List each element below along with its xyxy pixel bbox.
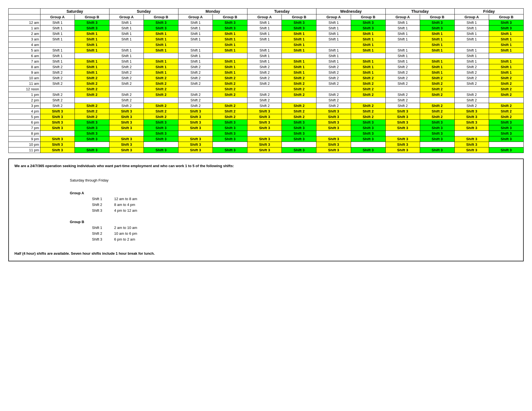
schedule-cell: Shift 2	[109, 98, 144, 103]
schedule-cell: Shift 1	[454, 48, 489, 53]
schedule-cell	[420, 53, 454, 59]
schedule-cell: Shift 3	[75, 20, 109, 25]
shift-b1-row: Shift 1 2 am to 10 am	[92, 225, 518, 231]
schedule-cell: Shift 2	[40, 70, 75, 75]
schedule-cell: Shift 1	[489, 48, 523, 53]
schedule-cell: Shift 3	[420, 25, 454, 31]
schedule-cell: Shift 3	[351, 20, 385, 25]
schedule-cell	[316, 42, 351, 48]
schedule-cell: Shift 3	[75, 136, 109, 142]
schedule-cell: Shift 2	[385, 70, 420, 75]
schedule-cell: Shift 1	[213, 42, 247, 48]
schedule-cell: Shift 1	[420, 70, 454, 75]
schedule-cell: Shift 2	[40, 98, 75, 103]
schedule-cell	[351, 98, 385, 103]
schedule-cell: Shift 2	[144, 114, 178, 120]
schedule-cell: Shift 2	[213, 92, 247, 98]
schedule-cell: Shift 3	[420, 20, 454, 25]
schedule-cell: Shift 1	[213, 48, 247, 53]
schedule-cell: Shift 2	[40, 81, 75, 86]
schedule-cell: Shift 1	[247, 59, 282, 64]
schedule-cell: Shift 2	[489, 109, 523, 114]
schedule-cell: Shift 2	[109, 92, 144, 98]
schedule-cell: Shift 1	[282, 48, 316, 53]
time-label: 10 am	[9, 75, 40, 81]
schedule-cell: Shift 3	[75, 125, 109, 131]
schedule-cell: Shift 1	[247, 20, 282, 25]
schedule-cell: Shift 2	[316, 98, 351, 103]
schedule-cell	[247, 42, 282, 48]
schedule-cell: Shift 1	[247, 25, 282, 31]
schedule-cell: Shift 3	[316, 142, 351, 147]
schedule-cell	[144, 53, 178, 59]
schedule-cell: Shift 1	[144, 31, 178, 37]
time-label: 2 am	[9, 31, 40, 37]
schedule-cell: Shift 2	[40, 75, 75, 81]
time-label: 8 pm	[9, 131, 40, 136]
shift-a3-row: Shift 3 4 pm to 12 am	[92, 208, 518, 214]
schedule-cell: Shift 1	[454, 37, 489, 42]
schedule-cell: Shift 1	[109, 53, 144, 59]
schedule-cell	[351, 142, 385, 147]
schedule-cell: Shift 1	[316, 37, 351, 42]
notes-footer: Half (4 hour) shifts are available. Seve…	[14, 251, 518, 257]
schedule-cell: Shift 3	[109, 125, 144, 131]
schedule-cell: Shift 2	[489, 81, 523, 86]
schedule-cell	[282, 98, 316, 103]
schedule-cell: Shift 3	[282, 125, 316, 131]
schedule-cell: Shift 3	[454, 109, 489, 114]
schedule-cell: Shift 3	[316, 120, 351, 125]
schedule-cell: Shift 3	[109, 120, 144, 125]
schedule-cell: Shift 1	[454, 25, 489, 31]
schedule-cell	[75, 98, 109, 103]
schedule-cell: Shift 3	[247, 136, 282, 142]
schedule-cell: Shift 3	[109, 142, 144, 147]
time-label: 12 noon	[9, 86, 40, 92]
schedule-cell: Shift 2	[282, 81, 316, 86]
schedule-cell: Shift 1	[178, 59, 213, 64]
schedule-cell: Shift 2	[75, 92, 109, 98]
schedule-cell: Shift 1	[282, 31, 316, 37]
schedule-cell: Shift 1	[213, 70, 247, 75]
schedule-cell: Shift 3	[454, 125, 489, 131]
time-label: 3 am	[9, 37, 40, 42]
schedule-cell: Shift 3	[75, 120, 109, 125]
mon-ga: Group A	[178, 14, 213, 20]
schedule-cell: Shift 2	[385, 81, 420, 86]
schedule-cell: Shift 1	[385, 25, 420, 31]
schedule-cell: Shift 1	[109, 25, 144, 31]
day-wednesday: Wednesday	[316, 9, 385, 14]
schedule-cell: Shift 3	[213, 125, 247, 131]
schedule-cell: Shift 1	[316, 20, 351, 25]
schedule-cell: Shift 1	[420, 31, 454, 37]
schedule-cell: Shift 1	[213, 37, 247, 42]
schedule-cell: Shift 3	[316, 147, 351, 153]
schedule-cell: Shift 3	[282, 25, 316, 31]
schedule-cell: Shift 3	[40, 142, 75, 147]
schedule-cell: Shift 1	[75, 64, 109, 70]
schedule-cell	[213, 142, 247, 147]
schedule-cell: Shift 2	[385, 92, 420, 98]
mon-gb: Group B	[213, 14, 247, 20]
schedule-table: Saturday Sunday Monday Tuesday Wednesday…	[8, 8, 524, 153]
schedule-cell: Shift 3	[316, 109, 351, 114]
schedule-cell: Shift 1	[420, 59, 454, 64]
schedule-cell: Shift 2	[247, 70, 282, 75]
schedule-cell: Shift 2	[144, 109, 178, 114]
schedule-cell: Shift 3	[178, 114, 213, 120]
schedule-cell	[40, 42, 75, 48]
schedule-cell: Shift 2	[489, 103, 523, 109]
schedule-cell: Shift 2	[247, 98, 282, 103]
schedule-cell: Shift 2	[489, 114, 523, 120]
schedule-cell: Shift 3	[178, 125, 213, 131]
schedule-cell	[75, 53, 109, 59]
schedule-cell: Shift 2	[75, 109, 109, 114]
day-friday: Friday	[454, 9, 523, 14]
time-label: 10 pm	[9, 142, 40, 147]
schedule-cell	[247, 131, 282, 136]
schedule-cell: Shift 3	[144, 120, 178, 125]
schedule-cell: Shift 3	[454, 136, 489, 142]
schedule-cell: Shift 2	[351, 86, 385, 92]
schedule-cell: Shift 2	[454, 92, 489, 98]
schedule-cell: Shift 1	[178, 37, 213, 42]
